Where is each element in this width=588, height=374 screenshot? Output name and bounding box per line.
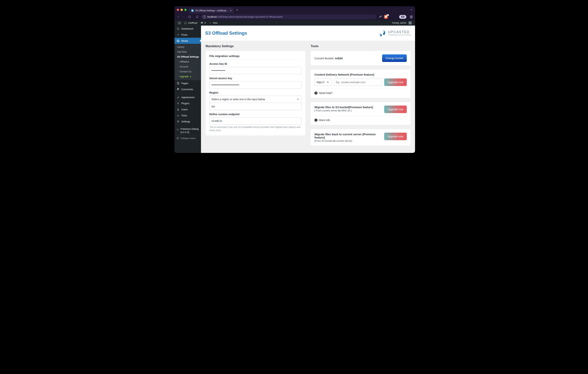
svg-point-10 [178,108,179,109]
private-window-icon[interactable] [399,15,406,19]
plug-icon [176,102,180,105]
cdn-help-row[interactable]: ? Need help? [315,89,407,95]
browser-toolbar: i localhost:10003/wp-admin/upload.php?pa… [174,13,415,20]
browser-tab[interactable]: W S3 Offload Settings ‹ s3offload… ✕ [189,8,234,13]
maximize-window-button[interactable] [184,9,187,11]
region-label: Region [209,91,302,94]
submenu-add-new[interactable]: Add New [174,49,201,54]
new-label: New [213,21,218,24]
menu-label: Freemius Debug [v.2.4.3] [180,128,199,134]
reload-button[interactable] [188,15,191,19]
cdn-title: Content Delivery Network [Premium featur… [315,73,407,76]
menu-freemius[interactable]: Freemius Debug [v.2.4.3] [174,126,201,135]
brave-shields-icon[interactable] [384,15,388,19]
url-host: localhost [207,16,217,18]
region-custom-input[interactable] [209,103,302,110]
menu-dashboard[interactable]: Dashboard [174,26,201,32]
page-header: S3 Offload Settings UPCASTED A bright id… [201,26,415,41]
browser-tabbar: W S3 Offload Settings ‹ s3offload… ✕ ＋ [174,6,415,13]
menu-plugins[interactable]: Plugins [174,100,201,106]
bucket-card: Current Bucket: tstbkt Change bucket [311,51,410,65]
back-button[interactable] [176,15,180,19]
wrench-icon [176,114,180,117]
menu-label: Comments [181,88,193,91]
window-controls [177,9,187,11]
bookmark-icon[interactable] [195,15,199,19]
forward-button[interactable] [182,15,186,19]
endpoint-input[interactable] [209,117,302,125]
menu-tools[interactable]: Tools [174,112,201,118]
secret-key-input[interactable] [209,81,302,88]
tree-icon: └ [177,61,178,63]
menu-settings[interactable]: Settings [174,118,201,125]
pin-icon [176,33,180,36]
submenu-contact[interactable]: └Contact Us [174,69,201,74]
svg-rect-3 [402,17,403,17]
svg-point-7 [177,40,178,41]
comment-icon [176,87,180,91]
tabs-overflow-icon[interactable] [410,9,413,11]
gear-icon [176,128,179,131]
site-name-menu[interactable]: s3offload [182,21,199,24]
migrate-to-s3-title: Migrate files to S3 bucket[Premium featu… [315,106,373,109]
comment-count: 0 [205,21,206,24]
change-bucket-button[interactable]: Change bucket [382,54,407,62]
wp-admin-bar: s3offload 0 ＋ New Howdy, admin [174,20,415,26]
cdn-upgrade-button[interactable]: Upgrade now [384,78,407,86]
mandatory-heading: Mandatory Settings [206,44,305,48]
submenu-library[interactable]: Library [174,44,201,49]
svg-point-14 [177,129,178,130]
svg-point-4 [178,21,181,24]
access-key-input[interactable] [209,67,302,74]
endpoint-label: Define custom endpoint [209,113,302,116]
new-tab-button[interactable]: ＋ [235,7,240,12]
close-window-button[interactable] [177,9,179,11]
comment-icon [200,21,203,24]
submenu-s3-settings[interactable]: S3 Offload Settings [174,54,201,59]
more-info-text: More info [319,119,330,122]
content-area: S3 Offload Settings UPCASTED A bright id… [201,26,415,153]
menu-media[interactable]: Media [174,38,201,44]
site-info-icon[interactable]: i [203,15,206,18]
collapse-label: Collapse menu [180,137,196,140]
submenu-upgrade[interactable]: └Upgrade➤ [174,74,201,79]
submenu-affiliation[interactable]: └Affiliation [174,59,201,64]
migrate-to-s3-more-info[interactable]: ! More info [315,116,407,122]
wordpress-icon [178,21,181,24]
passwords-icon[interactable] [378,15,382,19]
menu-posts[interactable]: Posts [174,32,201,38]
need-help-text: Need help? [319,92,333,95]
menu-button[interactable] [409,15,413,19]
address-bar[interactable]: i localhost:10003/wp-admin/upload.php?pa… [201,14,376,19]
rocket-icon [378,29,386,37]
card-title: File migration settings [209,54,302,58]
menu-label: Plugins [181,102,189,105]
info-icon: ! [315,119,317,122]
cdn-domain-input[interactable] [334,79,382,86]
collapse-menu[interactable]: Collapse menu [174,135,201,141]
new-content-menu[interactable]: ＋ New [207,21,219,24]
comments-menu[interactable]: 0 [199,21,207,24]
migration-settings-card: File migration settings Access key ID Se… [206,51,305,136]
menu-comments[interactable]: Comments [174,86,201,92]
migrate-back-upgrade-button[interactable]: Upgrade now [384,133,407,140]
howdy-text: Howdy, admin [392,21,406,24]
cdn-protocol-select[interactable]: https:// [315,79,332,86]
migrate-to-s3-upgrade-button[interactable]: Upgrade now [384,106,407,113]
account-menu[interactable]: Howdy, admin [391,21,413,24]
menu-pages[interactable]: Pages [174,80,201,86]
close-tab-icon[interactable]: ✕ [230,9,232,12]
minimize-window-button[interactable] [180,9,183,11]
wp-logo-menu[interactable] [176,21,182,24]
menu-appearance[interactable]: Appearance [174,94,201,100]
svg-point-11 [178,120,178,121]
menu-users[interactable]: Users [174,106,201,112]
tab-title: S3 Offload Settings ‹ s3offload… [195,9,228,12]
submenu-account[interactable]: └Account [174,64,201,69]
url-path: /wp-admin/upload.php?page=upcasted-s3-of… [224,16,283,18]
pages-icon [176,82,180,85]
question-icon: ? [315,92,317,95]
menu-label: Posts [181,33,188,36]
migrate-to-s3-card: Migrate files to S3 bucket[Premium featu… [311,102,410,125]
region-select[interactable]: Select a region or write one in the inpu… [209,96,302,103]
